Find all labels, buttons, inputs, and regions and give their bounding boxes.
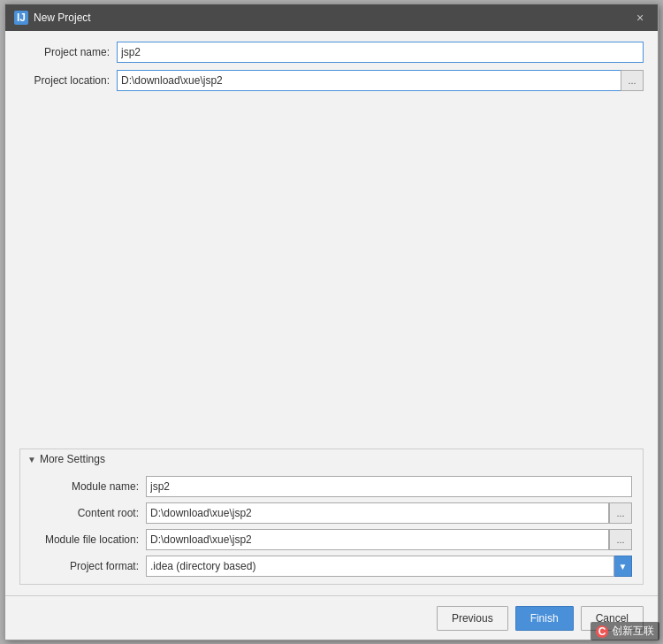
close-button[interactable]: × [631, 9, 649, 27]
project-name-row: Project name: [19, 42, 644, 63]
finish-button[interactable]: Finish [515, 606, 574, 631]
previous-button[interactable]: Previous [437, 606, 508, 631]
more-settings-section: ▼ More Settings Module name: Content roo… [19, 448, 644, 585]
module-name-row: Module name: [31, 476, 632, 497]
module-file-location-browse-button[interactable]: ... [609, 529, 632, 550]
project-location-label: Project location: [19, 74, 117, 87]
empty-content-area [19, 98, 644, 445]
module-file-location-input-group: ... [146, 529, 632, 550]
project-format-row: Project format: .idea (directory based) … [31, 556, 632, 577]
content-root-label: Content root: [31, 507, 146, 519]
project-location-input-group: ... [117, 70, 644, 91]
new-project-dialog: IJ New Project × Project name: Project l… [4, 4, 659, 640]
module-name-input[interactable] [146, 476, 632, 497]
more-settings-toggle[interactable]: ▼ More Settings [20, 449, 643, 469]
project-name-label: Project name: [19, 46, 117, 58]
content-root-row: Content root: ... [31, 502, 632, 524]
title-bar-left: IJ New Project [14, 11, 91, 25]
title-bar: IJ New Project × [5, 4, 658, 31]
project-location-browse-button[interactable]: ... [621, 70, 644, 91]
module-file-location-row: Module file location: ... [31, 529, 632, 550]
project-location-row: Project location: ... [19, 70, 644, 91]
content-root-input[interactable] [146, 502, 609, 524]
project-format-select-group: .idea (directory based) ▼ [146, 556, 632, 577]
project-name-input[interactable] [117, 42, 644, 63]
select-dropdown-button[interactable]: ▼ [614, 556, 632, 577]
dialog-title: New Project [34, 12, 91, 24]
module-file-location-label: Module file location: [31, 533, 146, 546]
collapse-arrow-icon: ▼ [27, 455, 36, 464]
watermark-logo: C [596, 625, 608, 638]
watermark: C 创新互联 [591, 622, 659, 640]
more-settings-title: More Settings [40, 453, 105, 465]
project-format-select[interactable]: .idea (directory based) [146, 556, 614, 577]
content-root-browse-button[interactable]: ... [609, 502, 632, 524]
dialog-footer: Previous Finish Cancel [5, 595, 658, 640]
project-location-input[interactable] [117, 70, 621, 91]
watermark-text: 创新互联 [612, 624, 654, 639]
app-icon: IJ [14, 11, 28, 25]
module-file-location-input[interactable] [146, 529, 609, 550]
module-name-label: Module name: [31, 480, 146, 493]
content-root-input-group: ... [146, 502, 632, 524]
more-settings-body: Module name: Content root: ... Module fi… [20, 469, 643, 584]
dialog-body: Project name: Project location: ... ▼ Mo… [5, 31, 658, 595]
project-format-label: Project format: [31, 560, 146, 572]
